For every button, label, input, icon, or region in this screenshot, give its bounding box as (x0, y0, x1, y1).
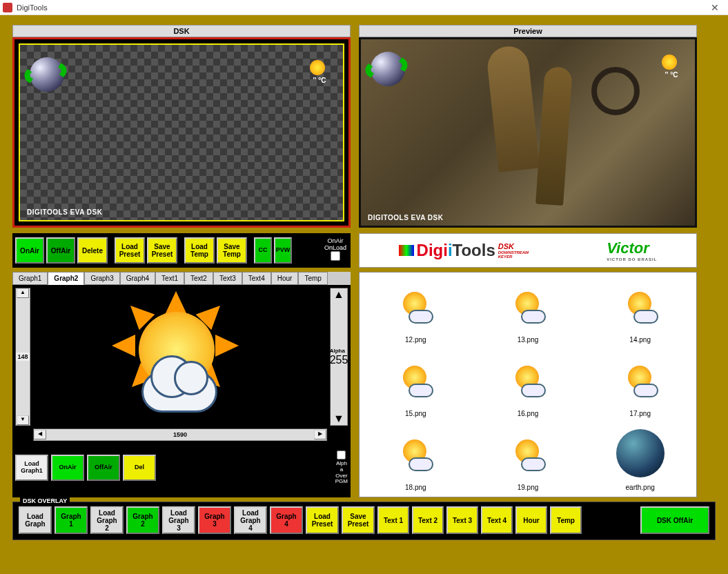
window-title: DigiTools (17, 3, 48, 12)
thumb-item[interactable]: 18.png (360, 423, 472, 494)
thumb-item[interactable]: 14.png (584, 275, 696, 346)
channel-logo (27, 52, 68, 93)
thumb-item[interactable]: 19.png (472, 423, 584, 494)
overlay-button[interactable]: Text 4 (481, 506, 513, 534)
load-temp-button[interactable]: LoadTemp (184, 237, 215, 264)
temp-value: '' °C (658, 71, 685, 79)
preview-watermark: DIGITOOLS EVA DSK (368, 214, 443, 221)
thumb-image (381, 278, 450, 333)
overlay-button[interactable]: Hour (515, 506, 547, 534)
sun-cloud-icon (118, 298, 242, 415)
thumb-filename: 17.png (587, 410, 693, 417)
overlay-button[interactable]: Text 1 (377, 506, 409, 534)
preview-view[interactable]: '' °C DIGITOOLS EVA DSK (359, 37, 697, 228)
color-bars-icon (399, 245, 414, 256)
editor-buttons: LoadGraph1 OnAir OffAir Del AlphaOverPGM (12, 446, 351, 489)
app-icon (3, 3, 12, 12)
tab-text4[interactable]: Text4 (242, 272, 271, 285)
temp-value: '' °C (306, 77, 333, 84)
overlay-button[interactable]: Graph4 (270, 506, 303, 534)
overlay-button[interactable]: LoadGraph2 (90, 506, 124, 534)
close-icon[interactable]: ✕ (705, 2, 725, 13)
tab-graph2[interactable]: Graph2 (48, 272, 84, 285)
offair-button[interactable]: OffAir (46, 237, 75, 264)
overlay-button[interactable]: LoadPreset (306, 506, 339, 534)
cc-button[interactable]: CC (254, 237, 272, 264)
brand-bar: DigiiTools DSKDOWNSTREAMKEYER VictorVICT… (359, 233, 697, 268)
alpha-over-checkbox[interactable] (337, 451, 346, 459)
overlay-button[interactable]: SavePreset (342, 506, 375, 534)
overlay-button[interactable]: Temp (550, 506, 582, 534)
graph-canvas[interactable] (33, 288, 327, 426)
thumb-item[interactable]: 13.png (472, 275, 584, 346)
tab-hour[interactable]: Hour (271, 272, 299, 285)
up-arrow-icon[interactable]: ▲ (333, 288, 344, 301)
onair-onload-checkbox[interactable] (331, 251, 340, 261)
overlay-button[interactable]: LoadGraph4 (234, 506, 267, 534)
preview-content (486, 44, 540, 172)
h-value: 1590 (173, 431, 187, 438)
dsk-view[interactable]: '' °C DIGITOOLS EVA DSK (12, 37, 351, 228)
save-temp-button[interactable]: SaveTemp (217, 237, 247, 264)
thumb-filename: 13.png (475, 336, 582, 344)
thumb-image (493, 278, 562, 333)
main-frame: DSK '' °C DIGITOOLS EVA DSK Preview (0, 15, 728, 574)
dsk-header: DSK (12, 25, 351, 37)
load-preset-button[interactable]: LoadPreset (115, 237, 145, 264)
tab-graph3[interactable]: Graph3 (84, 272, 119, 285)
thumbnail-panel[interactable]: 12.png13.png14.png15.png16.png17.png18.p… (359, 272, 697, 497)
thumb-image (606, 352, 675, 407)
del-button[interactable]: Del (123, 455, 156, 481)
thumb-filename: 16.png (475, 410, 582, 417)
onair-button[interactable]: OnAir (15, 237, 44, 264)
tab-graph4[interactable]: Graph4 (120, 272, 155, 285)
dsk-offair-button[interactable]: DSK OffAir (640, 506, 709, 534)
overlay-button[interactable]: Graph1 (55, 506, 88, 534)
thumb-filename: 18.png (362, 484, 469, 491)
offair-button[interactable]: OffAir (87, 455, 120, 481)
overlay-button[interactable]: LoadGraph3 (162, 506, 195, 534)
thumb-item[interactable]: earth.png (584, 423, 696, 494)
save-preset-button[interactable]: SavePreset (147, 237, 177, 264)
thumb-filename: 15.png (362, 410, 469, 417)
tab-text1[interactable]: Text1 (155, 272, 184, 285)
dsk-overlay-bar: DSK OVERLAY LoadGraphGraph1LoadGraph2Gra… (12, 502, 716, 540)
tab-text3[interactable]: Text3 (213, 272, 242, 285)
dsk-watermark: DIGITOOLS EVA DSK (27, 208, 102, 216)
overlay-button[interactable]: Graph2 (126, 506, 159, 534)
thumb-image (381, 352, 450, 407)
delete-button[interactable]: Delete (77, 237, 108, 264)
thumb-image (493, 426, 562, 481)
up-arrow-icon[interactable]: ▲ (17, 288, 29, 298)
tab-graph1[interactable]: Graph1 (12, 272, 48, 285)
horizontal-scroll[interactable]: ◀ 1590 ▶ (33, 428, 327, 441)
thumb-filename: earth.png (587, 484, 693, 491)
onair-button[interactable]: OnAir (51, 455, 84, 481)
vertical-scroll[interactable]: ▲ 148 ▼ (15, 288, 30, 426)
channel-logo (368, 46, 409, 88)
thumb-item[interactable]: 17.png (584, 349, 696, 420)
overlay-button[interactable]: Text 3 (446, 506, 478, 534)
sun-icon (662, 55, 677, 70)
thumb-filename: 12.png (362, 336, 469, 344)
tab-temp[interactable]: Temp (298, 272, 327, 285)
thumb-item[interactable]: 16.png (472, 349, 584, 420)
thumb-item[interactable]: 12.png (360, 275, 472, 346)
left-arrow-icon[interactable]: ◀ (34, 430, 46, 439)
alpha-scroll[interactable]: ▲ Alpha255 ▼ (330, 288, 348, 426)
overlay-button[interactable]: LoadGraph (19, 506, 52, 534)
down-arrow-icon[interactable]: ▼ (17, 415, 29, 425)
overlay-button[interactable]: Text 2 (412, 506, 444, 534)
thumb-item[interactable]: 15.png (360, 349, 472, 420)
weather-overlay: '' °C (658, 55, 685, 79)
load-graph1-button[interactable]: LoadGraph1 (15, 455, 48, 481)
overlay-button[interactable]: Graph3 (198, 506, 231, 534)
control-bar: OnAir OffAir Delete LoadPreset SavePrese… (12, 233, 351, 268)
right-arrow-icon[interactable]: ▶ (314, 430, 326, 439)
down-arrow-icon[interactable]: ▼ (333, 413, 344, 425)
v-value: 148 (16, 353, 29, 361)
tab-text2[interactable]: Text2 (184, 272, 213, 285)
weather-overlay: '' °C (306, 60, 333, 84)
pvw-button[interactable]: PVW (274, 237, 292, 264)
preview-header: Preview (359, 25, 697, 37)
